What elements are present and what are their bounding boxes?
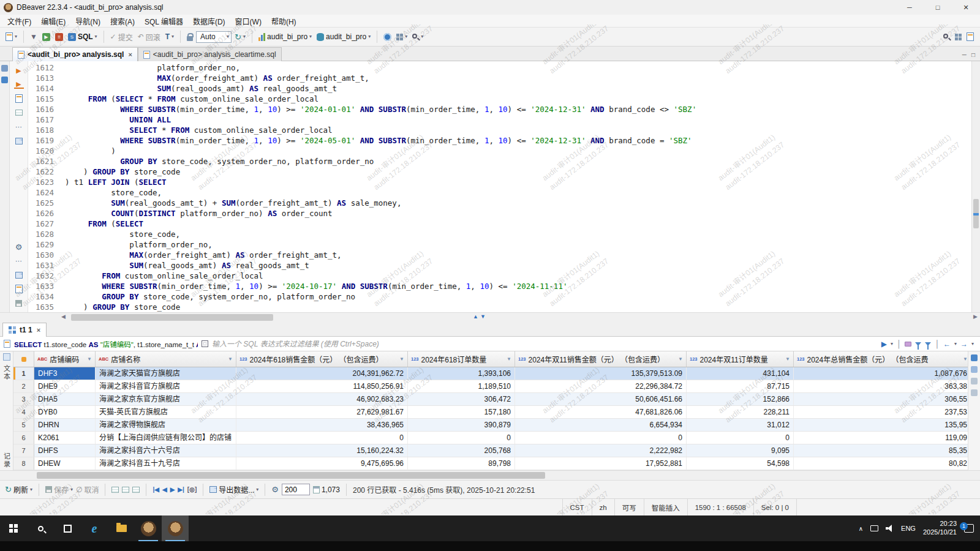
table-cell[interactable]: 431,104	[687, 367, 794, 380]
table-cell[interactable]: 海澜之家京东官方旗舰店	[96, 393, 236, 405]
tab-analysis-cleartime-sql[interactable]: <audit_bi_pro> analysis_cleartime.sql	[138, 47, 282, 61]
table-cell[interactable]: 46,902,683.23	[236, 393, 408, 405]
table-row[interactable]: 5DHRN海澜之家得物旗舰店38,436,965390,8796,654,934…	[13, 419, 968, 432]
table-cell[interactable]: DHF3	[34, 367, 96, 380]
scroll-right-icon[interactable]: ▶	[973, 313, 978, 320]
expand-query-icon[interactable]	[202, 340, 208, 347]
panel-grid-icon[interactable]	[971, 366, 978, 373]
close-icon[interactable]: ×	[37, 326, 40, 334]
goto-row-icon[interactable]: [◎]	[187, 486, 197, 493]
restore-panel-icon[interactable]	[1, 65, 8, 72]
table-row[interactable]: 4DYB0天猫-英氏官方旗舰店27,629,981.67157,18047,68…	[13, 406, 968, 419]
table-cell[interactable]: 0	[515, 432, 687, 444]
menu-item[interactable]: SQL 编辑器	[140, 15, 188, 28]
table-cell[interactable]: 1,393,106	[408, 367, 515, 380]
table-cell[interactable]: DHEW	[34, 457, 96, 470]
row-number[interactable]: 6	[13, 432, 34, 444]
table-cell[interactable]: K2061	[34, 432, 96, 444]
table-row[interactable]: 1DHF3海澜之家天猫官方旗舰店204,391,962.721,393,1061…	[13, 367, 968, 380]
table-cell[interactable]: 海澜之家抖音官方旗舰店	[96, 380, 236, 392]
internet-explorer-button[interactable]: e	[81, 515, 108, 541]
table-cell[interactable]: DHA5	[34, 393, 96, 405]
menu-item[interactable]: 导航(N)	[70, 15, 105, 28]
table-cell[interactable]: 0	[687, 432, 794, 444]
new-script-icon[interactable]	[14, 285, 24, 293]
export-result-icon[interactable]	[14, 271, 24, 279]
filter-dropdown-icon[interactable]: ▼	[678, 356, 683, 362]
table-cell[interactable]: 135,379,513.09	[515, 367, 687, 380]
close-icon[interactable]: ✕	[952, 0, 980, 15]
apply-filter-icon[interactable]: ▶	[881, 340, 887, 348]
start-button[interactable]	[0, 515, 27, 541]
grid-view-icon[interactable]	[3, 353, 10, 361]
table-cell[interactable]: DHFS	[34, 444, 96, 457]
more-dots-icon[interactable]: ⋯	[14, 257, 24, 265]
save-script-icon[interactable]	[14, 299, 24, 307]
close-icon[interactable]: ×	[128, 51, 132, 58]
hidden-icons-chevron[interactable]: ∧	[859, 525, 863, 532]
settings-gear-icon[interactable]: ⚙	[14, 242, 24, 251]
explain-plan-icon[interactable]	[14, 94, 24, 103]
panel-value-icon[interactable]	[971, 354, 978, 361]
menu-item[interactable]: 文件(F)	[2, 15, 36, 28]
refresh-button[interactable]: ↻刷新▾	[5, 484, 32, 495]
menu-item[interactable]: 搜索(A)	[105, 15, 140, 28]
table-cell[interactable]: 237,53	[794, 406, 968, 418]
row-number[interactable]: 7	[13, 444, 34, 457]
history-forward-icon[interactable]: →	[960, 340, 968, 348]
perspective-icon[interactable]	[967, 32, 974, 41]
table-cell[interactable]: 1,189,510	[408, 380, 515, 392]
table-cell[interactable]: 50,606,451.66	[515, 393, 687, 405]
calc-total-rows-button[interactable]: 1,073	[313, 485, 340, 494]
table-cell[interactable]: 114,850,256.91	[236, 380, 408, 392]
row-number[interactable]: 5	[13, 419, 34, 431]
row-number[interactable]: 8	[13, 457, 34, 470]
row-number[interactable]: 2	[13, 380, 34, 392]
column-header[interactable]: 1232024年双11销售金额（元） （包含运费）▼	[515, 351, 687, 367]
fetch-size-input[interactable]	[282, 484, 310, 495]
record-view-tab[interactable]: 记录	[2, 452, 12, 468]
table-cell[interactable]: 157,180	[408, 406, 515, 418]
abort-icon[interactable]: !!	[53, 32, 65, 42]
column-header[interactable]: 1232024年618订单数量▼	[408, 351, 515, 367]
scrollbar-thumb[interactable]	[71, 314, 273, 321]
table-cell[interactable]: 363,38	[794, 380, 968, 392]
refresh-schedule-button[interactable]: ↻▾	[233, 31, 247, 43]
table-cell[interactable]: 17,952,881	[515, 457, 687, 470]
table-cell[interactable]: DHRN	[34, 419, 96, 431]
schema-selector[interactable]: audit_bi_pro▾	[315, 31, 372, 42]
filter-dropdown-icon[interactable]: ▼	[399, 356, 404, 362]
sql-mode-selector[interactable]: SSQL▾	[66, 31, 99, 42]
editor-horizontal-scrollbar[interactable]: ◀ ▲▼ ▶	[0, 312, 980, 322]
filter-dropdown-icon[interactable]: ▼	[228, 356, 233, 362]
column-header[interactable]: 1232024年总销售金额（元） （包含运费▼	[794, 351, 968, 367]
table-cell[interactable]: 9,475,695.96	[236, 457, 408, 470]
table-cell[interactable]: 54,598	[687, 457, 794, 470]
table-cell[interactable]: 390,879	[408, 419, 515, 431]
minimize-icon[interactable]: ─	[895, 0, 924, 15]
copy-icon[interactable]	[14, 108, 24, 117]
filter-dropdown-icon[interactable]: ▼	[963, 356, 968, 362]
menu-item[interactable]: 帮助(H)	[266, 15, 301, 28]
execute-statement-icon[interactable]: ▶	[14, 66, 24, 75]
row-number-header[interactable]	[13, 351, 34, 367]
taskbar-search-button[interactable]	[27, 515, 54, 541]
history-back-icon[interactable]: ←	[943, 340, 951, 348]
outline-icon[interactable]	[1, 77, 8, 83]
table-cell[interactable]: 306,472	[408, 393, 515, 405]
maximize-view-icon[interactable]: □	[971, 51, 975, 58]
maximize-icon[interactable]: □	[924, 0, 952, 15]
row-number[interactable]: 4	[13, 406, 34, 418]
table-cell[interactable]: 89,798	[408, 457, 515, 470]
commit-button[interactable]: ✓提交	[108, 31, 135, 43]
search-button[interactable]: ▾	[410, 32, 425, 42]
export-mail-icon[interactable]	[14, 137, 24, 145]
filter-edit-icon[interactable]	[915, 342, 921, 346]
execute-script-icon[interactable]: ▶	[40, 32, 52, 42]
splitter-collapse-icons[interactable]: ▲▼	[473, 313, 488, 320]
tab-analysis-sql[interactable]: <audit_bi_pro> analysis.sql ×	[12, 47, 138, 61]
table-cell[interactable]: 228,211	[687, 406, 794, 418]
filter-dropdown-icon[interactable]: ▼	[87, 356, 92, 362]
panel-refresh-icon[interactable]	[971, 389, 978, 396]
table-cell[interactable]: 306,55	[794, 393, 968, 405]
